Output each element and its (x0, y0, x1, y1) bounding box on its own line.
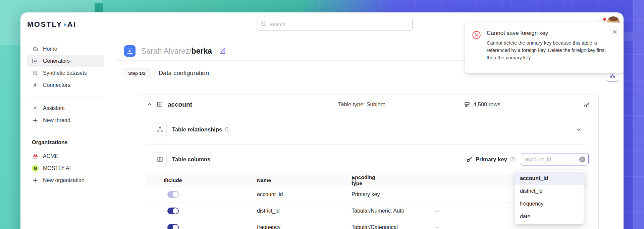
sidebar-item-connectors[interactable]: Connectors (27, 79, 104, 91)
column-name: account_id (257, 191, 283, 197)
table-relationships-label: Table relationships (172, 126, 230, 133)
include-toggle[interactable] (167, 224, 179, 229)
encoding-select[interactable]: Tabular/Numeric: Auto (352, 208, 404, 214)
sidebar-item-generators[interactable]: AI Generators (27, 55, 104, 67)
sidebar-item-acme[interactable]: acme ACME (27, 150, 104, 162)
table-relationships-section: Table relationships (138, 114, 598, 145)
header-label: Name (257, 177, 271, 183)
sidebar-item-new-organization[interactable]: New organization (27, 174, 104, 186)
chevron-down-icon[interactable] (435, 209, 439, 213)
sidebar-item-label: Generators (43, 58, 70, 64)
toast-body: Cannot delete the primary key because th… (487, 40, 606, 61)
sidebar-item-label: New organization (43, 177, 85, 183)
generator-icon: AI (124, 45, 136, 57)
step-title: Data configuration (159, 69, 209, 77)
include-toggle[interactable] (167, 208, 179, 214)
logo-text-right: AI (67, 20, 76, 29)
breadcrumb-owner: Sarah Alvarez/ (141, 47, 192, 55)
plus-icon (32, 177, 39, 184)
dropdown-option-frequency[interactable]: frequency (515, 197, 584, 210)
primary-key-input[interactable]: account_id ✕ (521, 153, 589, 166)
home-icon (32, 46, 39, 52)
sidebar: Home AI Generators Synthetic datasets Co… (20, 36, 111, 229)
breadcrumb-name: berka (192, 47, 212, 55)
sidebar-item-label: ACME (43, 153, 58, 159)
toast-error: Cannot save foreign key Cannot delete th… (465, 22, 624, 73)
primary-key-label: Primary key (476, 156, 507, 163)
collapse-chevron-up-icon[interactable] (147, 102, 152, 107)
table-type-label: Table type: Subject (338, 101, 385, 108)
primary-key-placeholder: account_id (525, 156, 551, 162)
primary-key-dropdown: account_id district_id frequency date (515, 171, 584, 224)
close-icon[interactable] (612, 29, 618, 35)
step-badge: Step 1/2 (124, 68, 150, 78)
expand-chevron-down-icon[interactable] (576, 127, 582, 132)
breadcrumb: AI Sarah Alvarez/berka (124, 45, 226, 57)
search-bar[interactable] (257, 18, 413, 31)
error-icon (472, 31, 481, 40)
table-name: account (168, 101, 192, 108)
sidebar-item-synthetic-datasets[interactable]: Synthetic datasets (27, 67, 104, 79)
sidebar-item-label: MOSTLY AI (43, 165, 71, 171)
sidebar-item-label: New thread (43, 117, 70, 123)
table-card-account: account Table type: Subject 4,500 rows (138, 95, 599, 229)
encoding-select[interactable]: Tabular/Categorical (352, 224, 398, 229)
section-label-text: Table relationships (172, 126, 222, 133)
notification-dot (603, 18, 606, 21)
table-columns-label: Table columns (172, 156, 210, 163)
mostly-ai-logo: MOSTLY AI (27, 12, 76, 36)
connectors-icon (32, 82, 39, 89)
background-band (633, 0, 644, 229)
table-icon (157, 101, 163, 108)
info-icon[interactable] (510, 157, 515, 162)
primary-key-icon[interactable] (584, 101, 590, 108)
organizations-heading: Organizations (27, 139, 104, 146)
logo-dot-icon (64, 23, 66, 26)
table-columns-section: Table columns Primary key account_id ✕ (138, 145, 598, 174)
clear-icon[interactable]: ✕ (579, 156, 585, 162)
chevron-down-icon[interactable] (435, 225, 439, 229)
search-input[interactable] (269, 21, 408, 27)
mostly-ai-org-icon: M (32, 165, 39, 172)
sidebar-item-mostly-ai-org[interactable]: M MOSTLY AI (27, 162, 104, 174)
row-count: 4,500 rows (464, 101, 500, 108)
divider (116, 85, 624, 85)
info-icon[interactable] (225, 127, 230, 132)
primary-key-control: Primary key account_id ✕ (466, 153, 589, 166)
column-name: district_id (257, 208, 280, 214)
sidebar-item-label: Home (43, 46, 57, 52)
info-icon[interactable] (352, 178, 356, 183)
plus-icon (32, 117, 39, 124)
assistant-icon (32, 105, 39, 112)
toast-title: Cannot save foreign key (487, 30, 615, 37)
table-card-header: account Table type: Subject 4,500 rows (138, 95, 598, 114)
sidebar-item-new-thread[interactable]: New thread (27, 114, 104, 126)
column-name: frequency (257, 224, 280, 229)
sidebar-divider (27, 132, 104, 132)
columns-icon (153, 153, 167, 166)
logo-text-left: MOSTLY (27, 20, 62, 29)
encoding-value: Primary key (352, 191, 380, 197)
generators-icon: AI (32, 58, 39, 64)
info-icon[interactable] (164, 178, 168, 183)
dropdown-option-date[interactable]: date (515, 210, 584, 223)
section-label-text: Table columns (172, 156, 210, 163)
include-toggle[interactable] (167, 191, 179, 198)
background-deco-dark (95, 3, 103, 12)
edit-name-icon[interactable] (219, 48, 226, 55)
sidebar-item-label: Synthetic datasets (43, 70, 87, 76)
synthetic-datasets-icon (32, 70, 39, 76)
rows-icon (464, 101, 470, 108)
sidebar-item-label: Connectors (43, 82, 70, 88)
dropdown-option-district-id[interactable]: district_id (515, 185, 584, 197)
row-count-label: 4,500 rows (473, 101, 500, 108)
dropdown-option-account-id[interactable]: account_id (515, 172, 584, 185)
acme-logo-icon: acme (32, 153, 39, 160)
background-cell (624, 32, 633, 41)
step-row: Step 1/2 Data configuration (124, 68, 209, 78)
sidebar-item-label: Assistant (43, 105, 65, 111)
sidebar-item-home[interactable]: Home (27, 43, 104, 55)
sidebar-item-assistant[interactable]: Assistant (27, 102, 104, 114)
relationships-icon (153, 123, 167, 136)
search-icon (261, 21, 266, 27)
